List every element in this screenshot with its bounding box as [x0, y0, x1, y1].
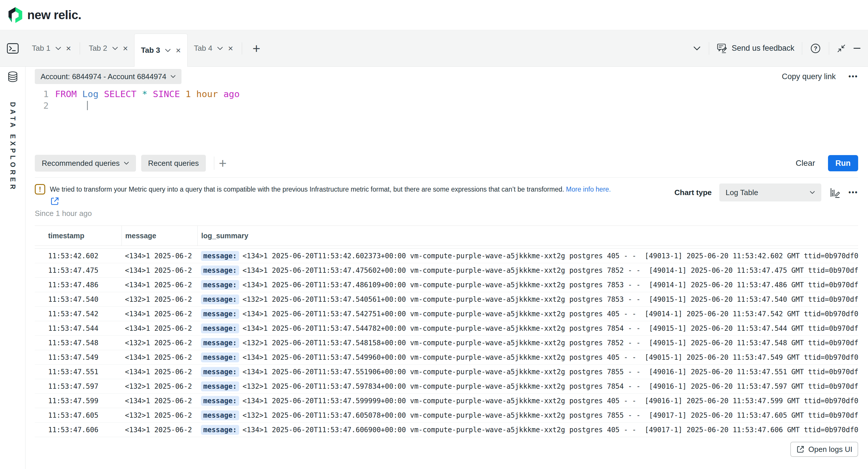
result-more-options-icon[interactable]: •••: [848, 189, 858, 196]
cell-log-summary: message: <132>1 2025-06-20T11:53:47.5405…: [197, 294, 858, 304]
feedback-icon: [717, 43, 728, 54]
tab-list: Tab 1 × Tab 2 × Tab 3: [26, 30, 244, 66]
log-summary-text: <134>1 2025-06-20T11:53:47.544782+00:00 …: [243, 324, 858, 333]
open-logs-label: Open logs UI: [808, 445, 852, 454]
table-row[interactable]: 11:53:42.602 <134>1 2025-06-2 message: <…: [35, 249, 858, 263]
cell-message: <134>1 2025-06-2: [122, 397, 197, 405]
cell-timestamp: 11:53:47.606: [35, 426, 122, 434]
collapse-window-button[interactable]: [837, 44, 846, 53]
column-header-log-summary[interactable]: log_summary: [197, 226, 858, 246]
cell-timestamp: 11:53:47.542: [35, 310, 122, 318]
chevron-down-icon[interactable]: [112, 46, 118, 51]
collapse-tabs-chevron-icon[interactable]: [692, 46, 701, 51]
more-info-link[interactable]: More info here.: [566, 186, 611, 193]
tab-label: Tab 4: [194, 44, 213, 53]
table-row[interactable]: 11:53:47.475 <134>1 2025-06-2 message: <…: [35, 263, 858, 278]
column-header-timestamp[interactable]: timestamp: [35, 226, 122, 246]
editor-line-1: 1 FROMLogSELECT*SINCE1 hourago: [35, 88, 858, 100]
newrelic-logo-icon: [7, 7, 23, 24]
open-logs-button[interactable]: Open logs UI: [790, 442, 858, 457]
table-row[interactable]: 11:53:47.551 <134>1 2025-06-2 message: <…: [35, 365, 858, 379]
chevron-down-icon[interactable]: [55, 46, 61, 51]
table-row[interactable]: 11:53:47.486 <134>1 2025-06-2 message: <…: [35, 278, 858, 292]
collapse-arrows-icon: [837, 44, 846, 53]
query-token: *: [142, 89, 148, 99]
brand-name: new relic.: [27, 8, 81, 22]
table-row[interactable]: 11:53:47.549 <134>1 2025-06-2 message: <…: [35, 350, 858, 365]
message-key-chip: message:: [201, 396, 239, 406]
log-summary-text: <134>1 2025-06-20T11:53:47.475602+00:00 …: [243, 267, 858, 275]
cell-log-summary: message: <134>1 2025-06-20T11:53:47.5519…: [197, 367, 858, 377]
warning-text: We tried to transform your Metric query …: [50, 184, 611, 195]
tab[interactable]: Tab 2 ×: [82, 30, 134, 66]
close-icon[interactable]: ×: [123, 44, 128, 53]
column-header-message[interactable]: message: [122, 226, 197, 246]
tab[interactable]: Tab 3 ×: [134, 34, 188, 67]
close-icon[interactable]: ×: [176, 46, 181, 55]
divider: [829, 42, 829, 55]
query-actions-row: Recommended queries Recent queries + Cle…: [35, 155, 858, 171]
add-tab-button[interactable]: +: [252, 42, 260, 55]
external-link-icon: [796, 445, 805, 454]
add-query-button[interactable]: +: [219, 157, 227, 170]
cell-message: <134>1 2025-06-2: [122, 252, 197, 260]
send-feedback-button[interactable]: Send us feedback: [717, 43, 794, 54]
table-row[interactable]: 11:53:47.544 <134>1 2025-06-2 message: <…: [35, 321, 858, 336]
log-summary-text: <134>1 2025-06-20T11:53:47.551906+00:00 …: [243, 368, 858, 376]
app-header: new relic.: [0, 0, 868, 30]
cell-message: <134>1 2025-06-2: [122, 368, 197, 376]
minimize-icon[interactable]: [854, 48, 861, 49]
tab[interactable]: Tab 1 ×: [26, 30, 78, 66]
recommended-queries-button[interactable]: Recommended queries: [35, 155, 136, 171]
message-key-chip: message:: [201, 309, 239, 319]
account-picker[interactable]: Account: 6844974 - Account 6844974: [35, 69, 182, 84]
table-row[interactable]: 11:53:47.597 <132>1 2025-06-2 message: <…: [35, 379, 858, 394]
message-key-chip: message:: [201, 251, 239, 261]
cell-log-summary: message: <134>1 2025-06-20T11:53:42.6023…: [197, 251, 858, 261]
close-icon[interactable]: ×: [66, 44, 71, 53]
recommended-queries-label: Recommended queries: [42, 159, 120, 168]
log-summary-text: <134>1 2025-06-20T11:53:47.486109+00:00 …: [243, 281, 858, 289]
table-row[interactable]: 11:53:47.540 <132>1 2025-06-2 message: <…: [35, 292, 858, 307]
table-row[interactable]: 11:53:47.548 <132>1 2025-06-2 message: <…: [35, 336, 858, 350]
cell-log-summary: message: <134>1 2025-06-20T11:53:47.4756…: [197, 265, 858, 275]
tab-label: Tab 2: [89, 44, 107, 53]
table-row[interactable]: 11:53:47.606 <134>1 2025-06-2 message: <…: [35, 423, 858, 437]
copy-query-link-button[interactable]: Copy query link: [782, 72, 836, 81]
more-options-icon[interactable]: •••: [848, 73, 858, 81]
message-key-chip: message:: [201, 265, 239, 275]
tab[interactable]: Tab 4 ×: [188, 30, 240, 66]
chevron-down-icon[interactable]: [217, 46, 223, 51]
message-key-chip: message:: [201, 294, 239, 304]
log-summary-text: <134>1 2025-06-20T11:53:47.542751+00:00 …: [243, 310, 858, 318]
warning-icon: !: [35, 184, 45, 194]
query-console-button[interactable]: [0, 42, 26, 55]
chart-type-label: Chart type: [674, 188, 712, 197]
cell-message: <134>1 2025-06-2: [122, 324, 197, 333]
clear-button[interactable]: Clear: [796, 159, 815, 168]
external-link-row: [50, 196, 665, 207]
external-link-icon[interactable]: [50, 196, 60, 206]
edit-chart-button[interactable]: [829, 186, 841, 198]
cell-timestamp: 11:53:47.544: [35, 324, 122, 333]
run-button[interactable]: Run: [828, 155, 858, 171]
chevron-down-icon[interactable]: [165, 49, 171, 53]
message-key-chip: message:: [201, 367, 239, 377]
query-editor[interactable]: 1 FROMLogSELECT*SINCE1 hourago 2: [35, 88, 858, 155]
table-row[interactable]: 11:53:47.542 <134>1 2025-06-2 message: <…: [35, 307, 858, 321]
editor-line-2: 2: [35, 100, 858, 111]
recent-queries-button[interactable]: Recent queries: [141, 155, 206, 171]
chart-type-select[interactable]: Log Table: [719, 184, 821, 201]
table-row[interactable]: 11:53:47.599 <134>1 2025-06-2 message: <…: [35, 394, 858, 408]
close-icon[interactable]: ×: [228, 44, 233, 53]
log-summary-text: <132>1 2025-06-20T11:53:47.605078+00:00 …: [243, 411, 858, 419]
cell-message: <134>1 2025-06-2: [122, 353, 197, 362]
help-button[interactable]: ?: [810, 42, 821, 54]
account-row: Account: 6844974 - Account 6844974 Copy …: [35, 69, 858, 84]
chevron-down-icon: [810, 191, 815, 194]
table-row[interactable]: 11:53:47.605 <132>1 2025-06-2 message: <…: [35, 408, 858, 423]
message-key-chip: message:: [201, 323, 239, 333]
database-icon[interactable]: [7, 71, 19, 84]
message-key-chip: message:: [201, 352, 239, 362]
cell-log-summary: message: <134>1 2025-06-20T11:53:47.5447…: [197, 323, 858, 333]
